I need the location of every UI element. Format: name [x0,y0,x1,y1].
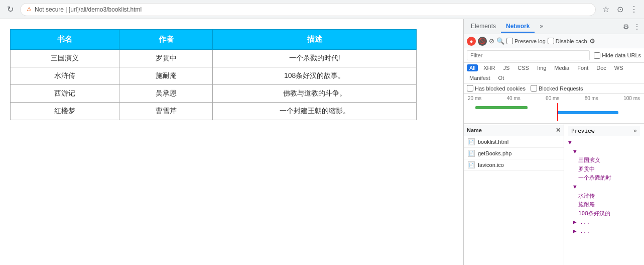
table-cell-desc: 108条好汉的故事。 [213,67,417,85]
filter-bar: Hide data URLs [464,48,644,63]
devtools-tab-bar: Elements Network » ⚙ ⋮ [464,19,644,34]
table-row: 水浒传施耐庵108条好汉的故事。 [11,67,417,85]
type-btn-img[interactable]: Img [535,64,549,71]
blocked-bar: Has blocked cookies Blocked Requests [464,83,644,94]
timeline-area: 20 ms40 ms60 ms80 ms100 ms [464,94,644,124]
devtools-panel: Elements Network » ⚙ ⋮ ● 🚫 ⊘ 🔍 Preserve … [463,19,644,265]
tab-network[interactable]: Network [501,21,535,33]
network-file-item[interactable]: 📄favicon.ico [464,159,564,171]
browser-window: ↻ ⚠ Not secure | [url]/ali/demo3/booklis… [0,0,644,265]
browser-toolbar-icons: ☆ ⊙ ⋮ [600,4,640,16]
preview-line: 三国演义 [568,156,640,165]
type-btn-all[interactable]: All [467,64,478,71]
menu-icon[interactable]: ⋮ [628,4,640,16]
devtools-body: Name ✕ 📄booklist.html📄getBooks.php📄favic… [464,124,644,265]
main-area: 书名 作者 描述 三国演义罗贯中一个杀戮的时代!水浒传施耐庵108条好汉的故事。… [0,19,644,265]
type-btn-manifest[interactable]: Manifest [467,74,493,81]
preview-line: 108条好汉的 [568,209,640,218]
type-btn-doc[interactable]: Doc [594,64,609,71]
preview-more-icon[interactable]: » [633,127,637,134]
throttle-icon[interactable]: ⚙ [589,37,595,45]
tab-more[interactable]: » [535,21,548,33]
col-header-desc: 描述 [213,30,417,50]
filter-icon[interactable]: ⊘ [489,37,494,45]
table-cell-desc: 佛教与道教的斗争。 [213,85,417,103]
not-secure-icon: ⚠ [27,6,32,13]
timeline-label: 100 ms [623,96,640,101]
type-btn-xhr[interactable]: XHR [481,64,497,71]
col-header-name: 书名 [11,30,119,50]
preview-line: ▶ ... [568,218,640,227]
settings-icon[interactable]: ⚙ [621,22,631,32]
type-btn-js[interactable]: JS [500,64,512,71]
network-toolbar: ● 🚫 ⊘ 🔍 Preserve log Disable cach ⚙ [464,34,644,48]
tab-elements[interactable]: Elements [466,21,501,33]
network-file-item[interactable]: 📄getBooks.php [464,148,564,159]
preview-panel: Preview » ▼ ▼ 三国演义罗贯中一个杀戮的时▼ 水浒传施耐庵108条好… [564,124,644,265]
network-file-item[interactable]: 📄booklist.html [464,136,564,148]
timeline-label: 20 ms [468,96,481,101]
devtools-settings-icons: ⚙ ⋮ [621,22,642,32]
type-filter-bar: AllXHRJSCSSImgMediaFontDocWSManifestOt [464,63,644,83]
table-cell-author: 曹雪芹 [119,103,213,120]
timeline-labels: 20 ms40 ms60 ms80 ms100 ms [467,96,641,101]
bookmark-icon[interactable]: ☆ [600,4,612,16]
table-cell-name: 红楼梦 [11,103,119,120]
book-table: 书名 作者 描述 三国演义罗贯中一个杀戮的时代!水浒传施耐庵108条好汉的故事。… [10,29,417,120]
preview-line: ▼ [568,183,640,192]
timeline-label: 80 ms [585,96,598,101]
reload-icon[interactable]: ↻ [4,4,16,16]
search-icon[interactable]: 🔍 [496,37,504,45]
preview-line: ▶ ... [568,227,640,236]
timeline-chart [467,103,641,121]
type-btn-css[interactable]: CSS [515,64,532,71]
preview-header: Preview » [568,126,640,136]
file-icon: 📄 [468,161,475,168]
preview-line: 一个杀戮的时 [568,173,640,183]
preview-line: 施耐庵 [568,200,640,209]
type-btn-ws[interactable]: WS [612,64,626,71]
table-cell-desc: 一个封建王朝的缩影。 [213,103,417,120]
address-bar: ↻ ⚠ Not secure | [url]/ali/demo3/booklis… [0,0,644,19]
preview-line: 水浒传 [568,192,640,201]
type-btn-media[interactable]: Media [552,64,572,71]
name-panel: Name ✕ 📄booklist.html📄getBooks.php📄favic… [464,124,564,265]
name-close-icon[interactable]: ✕ [556,127,561,134]
table-cell-name: 水浒传 [11,67,119,85]
preview-label: Preview [571,128,594,134]
table-row: 红楼梦曹雪芹一个封建王朝的缩影。 [11,103,417,120]
timeline-label: 60 ms [546,96,559,101]
preview-line: 罗贯中 [568,165,640,174]
type-btn-ot[interactable]: Ot [496,74,507,81]
table-row: 西游记吴承恩佛教与道教的斗争。 [11,85,417,103]
table-cell-name: 西游记 [11,85,119,103]
type-btn-font[interactable]: Font [575,64,591,71]
record-icon[interactable]: ● [467,37,476,46]
table-cell-author: 罗贯中 [119,50,213,67]
table-cell-author: 施耐庵 [119,67,213,85]
preserve-log-check[interactable]: Preserve log [506,38,546,44]
file-name: booklist.html [478,139,508,145]
file-name: favicon.ico [478,162,504,168]
has-blocked-cookies-check[interactable]: Has blocked cookies [467,85,526,92]
name-column-header: Name ✕ [464,125,564,136]
preview-line: ▼ [568,147,640,156]
col-header-author: 作者 [119,30,213,50]
more-icon[interactable]: ⋮ [632,22,642,32]
url-text: Not secure | [url]/ali/demo3/booklist.ht… [35,6,142,13]
file-icon: 📄 [468,138,475,145]
filter-input[interactable] [467,50,590,60]
disable-cache-check[interactable]: Disable cach [548,38,587,44]
table-row: 三国演义罗贯中一个杀戮的时代! [11,50,417,67]
file-icon: 📄 [468,150,475,157]
hide-data-urls-check[interactable]: Hide data URLs [594,52,641,59]
url-bar[interactable]: ⚠ Not secure | [url]/ali/demo3/booklist.… [20,3,596,16]
clear-icon[interactable]: 🚫 [478,37,487,46]
preview-line: ▼ [568,138,640,147]
table-cell-author: 吴承恩 [119,85,213,103]
profile-icon[interactable]: ⊙ [614,4,626,16]
blocked-requests-check[interactable]: Blocked Requests [531,85,583,92]
timeline-label: 40 ms [507,96,521,101]
file-name: getBooks.php [478,150,511,156]
table-cell-desc: 一个杀戮的时代! [213,50,417,67]
